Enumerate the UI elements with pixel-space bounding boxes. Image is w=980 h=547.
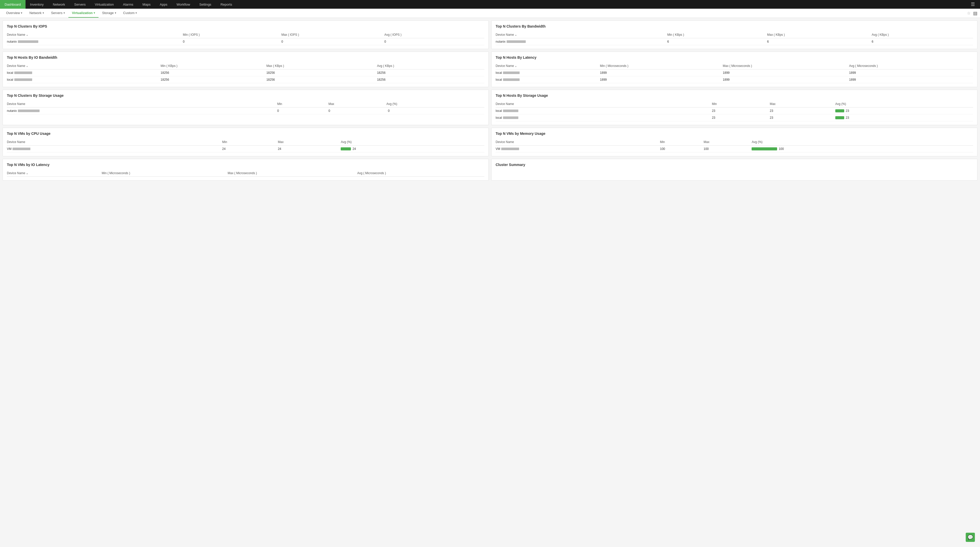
device-name-cell: local: [496, 77, 600, 83]
device-label: local: [7, 71, 13, 75]
panel-title-vms-io-latency: Top N VMs by IO Latency: [7, 163, 484, 167]
value-cell: 6: [872, 38, 973, 45]
avg-value: 24: [352, 147, 356, 151]
col-device-name[interactable]: Device Name ▴: [496, 32, 667, 38]
nav-dashboard[interactable]: Dashboard: [0, 0, 25, 9]
col-avg-us[interactable]: Avg ( Microseconds ): [849, 63, 973, 69]
hamburger-icon[interactable]: ☰: [968, 2, 977, 7]
table-row: local232323: [496, 107, 973, 115]
col-avg-us[interactable]: Avg ( Microseconds ): [357, 170, 484, 177]
nav-apps[interactable]: Apps: [155, 0, 172, 9]
table-vms-io-latency: Device Name ▴ Min ( Microseconds ) Max (…: [7, 170, 484, 177]
col-max-us[interactable]: Max ( Microseconds ): [228, 170, 357, 177]
value-cell: 6: [667, 38, 767, 45]
subnav-custom[interactable]: Custom ▾: [120, 9, 141, 18]
chevron-down-icon: ▾: [43, 11, 44, 14]
value-cell: 1899: [723, 69, 849, 77]
col-min-kbps[interactable]: Min ( KBps ): [667, 32, 767, 38]
col-avg-iops[interactable]: Avg ( IOPS ): [384, 32, 484, 38]
table-row: local182561825618256: [7, 77, 484, 83]
col-device-name[interactable]: Device Name: [7, 139, 222, 145]
col-avg-pct[interactable]: Avg (%): [835, 101, 973, 107]
panel-title-vms-memory: Top N VMs by Memory Usage: [496, 131, 973, 136]
col-min[interactable]: Min: [660, 139, 703, 145]
col-max[interactable]: Max: [328, 101, 387, 107]
subnav-network[interactable]: Network ▾: [26, 9, 48, 18]
avg-value: 0: [388, 109, 390, 113]
value-cell: 18256: [377, 69, 484, 77]
col-min-us[interactable]: Min ( Microseconds ): [102, 170, 228, 177]
sort-icon: ▴: [27, 172, 28, 175]
nav-settings[interactable]: Settings: [195, 0, 216, 9]
device-label: nutanix: [7, 109, 17, 113]
subnav-overview[interactable]: Overview ▾: [3, 9, 26, 18]
value-cell: 23: [712, 107, 770, 115]
col-min[interactable]: Min: [712, 101, 770, 107]
device-name-cell: nutanix: [496, 38, 667, 45]
device-label: local: [496, 116, 502, 120]
panel-vms-memory-usage: Top N VMs by Memory Usage Device Name Mi…: [491, 128, 977, 156]
value-cell: 23: [770, 107, 835, 115]
grid-icon[interactable]: ▤: [973, 11, 977, 16]
panel-title-clusters-storage: Top N Clusters By Storage Usage: [7, 94, 484, 97]
col-device-name[interactable]: Device Name: [7, 101, 277, 107]
nav-workflow[interactable]: Workflow: [172, 0, 195, 9]
col-avg-pct[interactable]: Avg (%): [752, 139, 973, 145]
col-max-us[interactable]: Max ( Microseconds ): [723, 63, 849, 69]
value-cell: 0: [281, 38, 384, 45]
col-min-iops[interactable]: Min ( IOPS ): [183, 32, 282, 38]
col-min[interactable]: Min: [277, 101, 328, 107]
device-label: local: [496, 78, 502, 81]
device-label: local: [496, 109, 502, 113]
col-device-name[interactable]: Device Name ▴: [7, 63, 161, 69]
device-name-cell: VM: [7, 145, 222, 153]
col-min-us[interactable]: Min ( Microseconds ): [600, 63, 723, 69]
col-avg-kbps[interactable]: Avg ( KBps ): [872, 32, 973, 38]
star-icon[interactable]: ☆: [967, 11, 970, 16]
col-max[interactable]: Max: [703, 139, 752, 145]
nav-maps[interactable]: Maps: [138, 0, 155, 9]
nav-alarms[interactable]: Alarms: [118, 0, 138, 9]
col-device-name[interactable]: Device Name: [496, 101, 712, 107]
value-cell: 1899: [849, 77, 973, 83]
col-min-kbps[interactable]: Min ( KBps ): [161, 63, 266, 69]
col-max[interactable]: Max: [278, 139, 341, 145]
subnav-servers[interactable]: Servers ▾: [48, 9, 68, 18]
col-avg-pct[interactable]: Avg (%): [341, 139, 484, 145]
nav-network[interactable]: Network: [48, 0, 70, 9]
table-row: VM100100100: [496, 145, 973, 153]
panel-title-cluster-summary: Cluster Summary: [496, 163, 973, 167]
col-avg-kbps[interactable]: Avg ( KBps ): [377, 63, 484, 69]
device-label: nutanix: [7, 40, 17, 43]
nav-reports[interactable]: Reports: [216, 0, 237, 9]
panel-hosts-storage-usage: Top N Hosts By Storage Usage Device Name…: [491, 89, 977, 125]
main-content: Top N Clusters By IOPS Device Name ▴ Min…: [0, 18, 980, 183]
chevron-down-icon: ▾: [115, 11, 116, 14]
value-cell: 0: [183, 38, 282, 45]
col-avg-pct[interactable]: Avg (%): [387, 101, 484, 107]
col-min[interactable]: Min: [222, 139, 278, 145]
nav-inventory[interactable]: Inventory: [25, 0, 48, 9]
table-row: nutanix000: [7, 38, 484, 45]
subnav-virtualization[interactable]: Virtualization ▾: [68, 9, 99, 18]
panel-hosts-io-bandwidth: Top N Hosts By IO Bandwidth Device Name …: [3, 52, 489, 87]
value-cell: 1899: [600, 77, 723, 83]
col-device-name[interactable]: Device Name ▴: [7, 170, 102, 177]
nav-servers[interactable]: Servers: [70, 0, 90, 9]
col-max-iops[interactable]: Max ( IOPS ): [281, 32, 384, 38]
sub-nav-right: ☆ ▤: [967, 11, 977, 16]
col-device-name[interactable]: Device Name ▴: [496, 63, 600, 69]
subnav-storage[interactable]: Storage ▾: [99, 9, 120, 18]
value-cell: 0: [384, 38, 484, 45]
col-max[interactable]: Max: [770, 101, 835, 107]
col-max-kbps[interactable]: Max ( KBps ): [266, 63, 377, 69]
col-device-name[interactable]: Device Name ▴: [7, 32, 183, 38]
col-device-name[interactable]: Device Name: [496, 139, 660, 145]
device-label: VM: [7, 147, 11, 151]
avg-pct-cell: 24: [341, 145, 484, 153]
value-cell: 1899: [600, 69, 723, 77]
col-max-kbps[interactable]: Max ( KBps ): [767, 32, 872, 38]
table-vms-memory-usage: Device Name Min Max Avg (%) VM100100100: [496, 139, 973, 153]
nav-virtualization[interactable]: Virtualization: [90, 0, 118, 9]
panel-cluster-summary: Cluster Summary: [491, 159, 977, 180]
